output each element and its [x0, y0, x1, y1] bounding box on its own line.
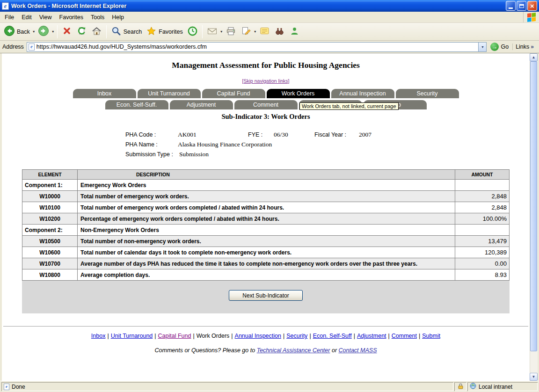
tab-capital-fund[interactable]: Capital Fund	[202, 89, 265, 98]
edit-button[interactable]	[239, 25, 253, 39]
refresh-button[interactable]	[74, 25, 89, 39]
footer-link-capital-fund[interactable]: Capital Fund	[158, 333, 191, 339]
footer-link-unit-turnaround[interactable]: Unit Turnaround	[111, 333, 153, 339]
stop-icon	[62, 26, 72, 37]
title-bar: e Work Orders - Microsoft Internet Explo…	[0, 0, 539, 12]
amount-cell	[455, 225, 510, 236]
fye-label: FYE :	[248, 131, 262, 138]
links-toolbar[interactable]: Links »	[512, 44, 537, 50]
description-cell: Average completion days.	[78, 269, 455, 281]
status-pane-zone: Local intranet	[467, 382, 538, 391]
footer-note: Comments or Questions? Please go to Tech…	[2, 347, 530, 354]
history-clock-icon	[187, 26, 198, 38]
footer-link-security[interactable]: Security	[286, 333, 307, 339]
description-cell: Average number of days PHA has reduced t…	[78, 258, 455, 269]
minimize-button[interactable]	[506, 1, 516, 11]
menu-edit[interactable]: Edit	[18, 13, 36, 22]
menu-help[interactable]: Help	[108, 13, 128, 22]
links-label: Links	[516, 44, 529, 50]
element-cell: W10100	[22, 202, 78, 213]
amount-cell: 13,479	[455, 236, 510, 247]
scrollbar-thumb[interactable]	[530, 61, 537, 351]
globe-icon	[470, 383, 476, 391]
contact-mass-link[interactable]: Contact MASS	[339, 347, 377, 354]
element-cell: W10800	[22, 269, 78, 281]
go-button[interactable]: → Go	[489, 43, 510, 51]
table-header-row: ELEMENT DESCRIPTION AMOUNT	[22, 170, 510, 180]
mail-button[interactable]	[205, 25, 219, 39]
forward-dropdown-icon[interactable]: ▼	[51, 30, 55, 33]
footer-divider	[3, 326, 528, 327]
menu-tools[interactable]: Tools	[87, 13, 108, 22]
tab-comment[interactable]: Comment	[234, 100, 298, 109]
work-orders-table: ELEMENT DESCRIPTION AMOUNT Component 1: …	[22, 169, 510, 281]
footer-link-econ-self-suff[interactable]: Econ. Self-Suff	[313, 333, 352, 339]
stop-button[interactable]	[60, 25, 74, 38]
history-button[interactable]	[185, 25, 200, 39]
discuss-note-icon	[259, 26, 270, 38]
messenger-button[interactable]	[287, 25, 302, 39]
footer-link-adjustment[interactable]: Adjustment	[357, 333, 386, 339]
back-button[interactable]: Back	[2, 24, 32, 39]
amount-cell: 8.93	[455, 269, 510, 281]
scrollbar-track[interactable]	[530, 61, 538, 373]
element-cell: W10700	[22, 258, 78, 269]
status-pane-main: e Done	[1, 382, 453, 391]
tab-inbox[interactable]: Inbox	[73, 89, 136, 98]
pha-info-block: PHA Code : AK001 FYE : 06/30 Fiscal Year…	[2, 131, 530, 161]
scroll-down-icon[interactable]: ▼	[530, 373, 538, 381]
address-dropdown-icon[interactable]: ▼	[478, 43, 486, 51]
status-pane-security	[454, 382, 466, 391]
menu-file[interactable]: File	[1, 13, 18, 22]
fiscal-year-value: 2007	[359, 131, 371, 138]
tab-work-orders[interactable]: Work Orders	[267, 89, 330, 98]
discuss-button[interactable]	[257, 25, 272, 39]
edit-dropdown-icon[interactable]: ▼	[254, 30, 257, 33]
tab-adjustment[interactable]: Adjustment	[170, 100, 233, 109]
note-prefix: Comments or Questions? Please go to	[154, 347, 256, 354]
favorites-label: Favorites	[159, 29, 182, 35]
footer-link-submit[interactable]: Submit	[422, 333, 440, 339]
address-input[interactable]	[36, 44, 479, 50]
element-cell: W10500	[22, 236, 78, 247]
tab-security[interactable]: Security	[396, 89, 459, 98]
amount-cell: 120,389	[455, 247, 510, 258]
amount-cell: 100.00%	[455, 213, 510, 225]
vertical-scrollbar[interactable]: ▲ ▼	[530, 53, 538, 381]
maximize-button[interactable]	[517, 1, 526, 11]
search-button[interactable]: Search	[109, 25, 144, 39]
description-header: DESCRIPTION	[78, 170, 455, 180]
amount-header: AMOUNT	[455, 170, 510, 180]
element-cell: W10000	[22, 191, 78, 202]
description-cell: Total number of emergency work orders co…	[78, 202, 455, 213]
footer-link-annual-inspection[interactable]: Annual Inspection	[235, 333, 281, 339]
menu-favorites[interactable]: Favorites	[56, 13, 87, 22]
skip-navigation-link[interactable]: [Skip navigation links]	[242, 78, 290, 84]
messenger-icon	[289, 26, 300, 38]
technical-assistance-center-link[interactable]: Technical Assistance Center	[257, 347, 330, 354]
forward-button[interactable]	[36, 24, 51, 39]
scroll-up-icon[interactable]: ▲	[530, 53, 538, 61]
next-sub-indicator-button[interactable]: Next Sub-Indicator	[229, 290, 303, 301]
menu-view[interactable]: View	[36, 13, 56, 22]
tab-econ-self-suff[interactable]: Econ. Self-Suff.	[105, 100, 168, 109]
pha-code-value: AK001	[178, 131, 197, 138]
close-button[interactable]: ×	[527, 1, 537, 11]
amount-cell: 2,848	[455, 202, 510, 213]
research-button[interactable]	[272, 25, 287, 39]
table-row: W10200 Percentage of emergency work orde…	[22, 213, 510, 225]
page-title: Management Assessment for Public Housing…	[2, 60, 530, 70]
submission-type-label: Submission Type :	[125, 151, 173, 158]
home-button[interactable]	[89, 25, 104, 39]
search-label: Search	[124, 29, 142, 35]
description-cell: Total number of non-emergency work order…	[78, 236, 455, 247]
footer-link-comment[interactable]: Comment	[392, 333, 417, 339]
tab-annual-inspection[interactable]: Annual Inspection	[331, 89, 394, 98]
print-button[interactable]	[224, 25, 238, 39]
tab-unit-turnaround[interactable]: Unit Turnaround	[138, 89, 201, 98]
back-dropdown-icon[interactable]: ▼	[32, 30, 36, 33]
mail-dropdown-icon[interactable]: ▼	[220, 30, 223, 33]
refresh-icon	[76, 26, 87, 38]
favorites-button[interactable]: Favorites	[144, 25, 184, 39]
footer-link-inbox[interactable]: Inbox	[91, 333, 106, 339]
